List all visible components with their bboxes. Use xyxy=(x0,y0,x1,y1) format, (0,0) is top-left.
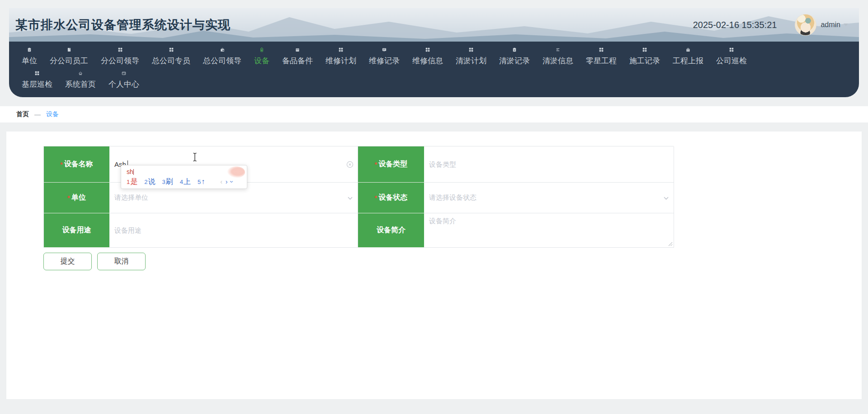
cancel-button[interactable]: 取消 xyxy=(97,253,146,270)
nav-item-清淤记录[interactable]: 清淤记录 xyxy=(493,45,536,68)
nav-item-分公司员工[interactable]: 分公司员工 xyxy=(43,45,94,68)
nav-item-公司巡检[interactable]: 公司巡检 xyxy=(710,45,753,68)
ime-candidate[interactable]: 4上 xyxy=(180,177,191,187)
nav-item-维修记录[interactable]: 维修记录 xyxy=(363,45,406,68)
grid-icon xyxy=(167,47,175,52)
grid-icon xyxy=(727,47,736,52)
breadcrumb: 首页 — 设备 xyxy=(0,106,868,122)
app-title: 某市排水公司设备管理系统设计与实现 xyxy=(15,17,231,33)
caret-down-icon[interactable] xyxy=(844,24,848,26)
nav-item-label: 基层巡检 xyxy=(22,79,52,89)
nav-item-label: 系统首页 xyxy=(65,79,96,89)
submit-button[interactable]: 提交 xyxy=(43,253,92,270)
ime-pager: ‹ › › xyxy=(217,179,233,185)
nav-item-label: 维修计划 xyxy=(326,56,356,66)
ime-logo-watermark xyxy=(227,166,245,178)
grid-icon xyxy=(467,47,475,52)
nav-item-分公司领导[interactable]: 分公司领导 xyxy=(94,45,146,68)
ime-composition: sh xyxy=(127,168,242,176)
header-banner: 某市排水公司设备管理系统设计与实现 2025-02-16 15:35:21 ad… xyxy=(9,8,859,42)
nav-item-label: 总公司领导 xyxy=(203,56,241,66)
nav-item-label: 施工记录 xyxy=(629,56,660,66)
required-asterisk: * xyxy=(375,161,377,168)
nav-item-label: 维修记录 xyxy=(369,56,400,66)
nav-item-label: 维修信息 xyxy=(412,56,443,66)
notebook-icon xyxy=(65,47,73,52)
chevron-down-icon xyxy=(347,195,353,201)
nav-item-维修信息[interactable]: 维修信息 xyxy=(406,45,449,68)
nav-row-2: 基层巡检系统首页个人中心 xyxy=(15,68,859,92)
nav-item-个人中心[interactable]: 个人中心 xyxy=(102,68,146,92)
main-nav: 单位分公司员工分公司领导总公司专员总公司领导设备备品备件维修计划维修记录维修信息… xyxy=(9,42,859,97)
required-asterisk: * xyxy=(375,194,377,202)
nav-item-基层巡检[interactable]: 基层巡检 xyxy=(15,68,59,92)
breadcrumb-current[interactable]: 设备 xyxy=(46,110,59,118)
device-intro-label: 设备简介 xyxy=(358,213,424,248)
nav-item-label: 工程上报 xyxy=(673,56,703,66)
device-type-label: * 设备类型 xyxy=(358,146,424,183)
briefcase-clock-icon xyxy=(218,47,226,52)
nav-item-label: 个人中心 xyxy=(108,79,139,89)
required-asterisk: * xyxy=(67,194,70,202)
device-form: * 设备名称 * 设备类型 * 单位 请选择单位 xyxy=(43,146,674,248)
required-asterisk: * xyxy=(60,161,62,168)
nav-item-label: 清淤记录 xyxy=(499,56,530,66)
form-actions: 提交 取消 xyxy=(43,253,862,270)
device-status-label: * 设备状态 xyxy=(358,183,424,213)
nav-item-清淤计划[interactable]: 清淤计划 xyxy=(449,45,493,68)
battery-icon xyxy=(258,47,266,52)
nav-item-label: 零星工程 xyxy=(586,56,617,66)
device-type-input[interactable] xyxy=(424,146,674,182)
message-icon xyxy=(380,47,388,52)
ime-candidate[interactable]: 1是 xyxy=(127,177,137,187)
device-usage-input[interactable] xyxy=(109,213,358,247)
device-intro-textarea[interactable] xyxy=(424,213,674,247)
unit-label: * 单位 xyxy=(44,183,109,213)
ime-page-prev-icon[interactable]: ‹ xyxy=(220,179,222,185)
ime-popup: sh 1是2说3刷4上5↑ ‹ › › xyxy=(121,165,247,189)
ime-candidate[interactable]: 2说 xyxy=(144,177,155,187)
grid-icon xyxy=(641,47,649,52)
device-usage-label: 设备用途 xyxy=(44,213,109,248)
nav-item-label: 分公司员工 xyxy=(50,56,88,66)
storage-box-icon xyxy=(293,47,302,52)
clock-timestamp: 2025-02-16 15:35:21 xyxy=(693,20,777,30)
nav-item-施工记录[interactable]: 施工记录 xyxy=(623,45,666,68)
device-usage-cell xyxy=(109,213,358,248)
nav-item-label: 备品备件 xyxy=(282,56,313,66)
device-intro-cell xyxy=(424,213,674,248)
ime-page-next-icon[interactable]: › xyxy=(226,179,228,185)
clipboard-x-icon xyxy=(510,47,519,52)
grid-icon xyxy=(424,47,432,52)
clear-circle-icon[interactable] xyxy=(346,161,354,168)
ime-expand-icon[interactable]: › xyxy=(229,181,235,183)
username-label[interactable]: admin xyxy=(821,21,840,29)
nav-item-维修计划[interactable]: 维修计划 xyxy=(319,45,363,68)
briefcase-icon xyxy=(684,47,692,52)
device-type-cell xyxy=(424,146,674,183)
nav-item-系统首页[interactable]: 系统首页 xyxy=(59,68,102,92)
nav-item-label: 设备 xyxy=(254,56,269,66)
grid-icon xyxy=(597,47,605,52)
nav-item-总公司专员[interactable]: 总公司专员 xyxy=(146,45,197,68)
clipboard-check-icon xyxy=(25,47,33,52)
chevron-down-icon xyxy=(663,195,669,201)
nav-item-工程上报[interactable]: 工程上报 xyxy=(666,45,710,68)
grid-icon xyxy=(116,47,124,52)
nav-item-label: 单位 xyxy=(22,56,37,66)
user-avatar[interactable] xyxy=(795,14,816,36)
nav-item-清淤信息[interactable]: 清淤信息 xyxy=(536,45,580,68)
nav-item-label: 分公司领导 xyxy=(101,56,139,66)
nav-item-总公司领导[interactable]: 总公司领导 xyxy=(197,45,248,68)
ime-candidate[interactable]: 5↑ xyxy=(198,178,205,186)
breadcrumb-separator: — xyxy=(34,111,41,118)
grid-icon xyxy=(33,71,41,75)
nav-item-备品备件[interactable]: 备品备件 xyxy=(276,45,319,68)
nav-item-单位[interactable]: 单位 xyxy=(15,45,43,68)
nav-item-设备[interactable]: 设备 xyxy=(248,45,276,68)
device-status-select[interactable]: 请选择设备状态 xyxy=(424,183,674,213)
nav-item-零星工程[interactable]: 零星工程 xyxy=(580,45,623,68)
breadcrumb-home[interactable]: 首页 xyxy=(16,110,29,118)
card-icon xyxy=(120,71,128,75)
ime-candidate[interactable]: 3刷 xyxy=(162,177,173,187)
